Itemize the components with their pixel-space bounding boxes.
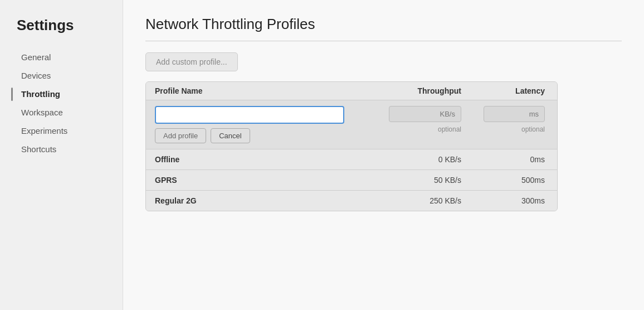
throughput-column: optional: [367, 106, 461, 133]
throughput-optional-label: optional: [438, 125, 461, 133]
page-title: Network Throttling Profiles: [145, 16, 622, 33]
table-row: GPRS 50 KB/s 500ms: [146, 169, 557, 190]
sidebar-item-workspace[interactable]: Workspace: [17, 105, 111, 120]
table-row: Regular 2G 250 KB/s 300ms: [146, 190, 557, 211]
sidebar-link-shortcuts[interactable]: Shortcuts: [17, 142, 111, 157]
sidebar-link-general[interactable]: General: [17, 50, 111, 65]
latency-optional-label: optional: [521, 125, 545, 133]
latency-input[interactable]: [484, 106, 545, 122]
row-latency: 500ms: [461, 176, 545, 185]
action-buttons: Add profile Cancel: [155, 128, 367, 143]
sidebar-item-shortcuts[interactable]: Shortcuts: [17, 142, 111, 157]
sidebar: Settings General Devices Throttling Work…: [0, 0, 123, 310]
sidebar-item-general[interactable]: General: [17, 50, 111, 65]
profile-name-column: Add profile Cancel: [155, 106, 367, 143]
row-name: Regular 2G: [155, 196, 367, 205]
cancel-button[interactable]: Cancel: [211, 128, 250, 143]
row-latency: 300ms: [461, 196, 545, 205]
header-latency: Latency: [461, 86, 545, 95]
profile-table: Profile Name Throughput Latency Add prof…: [145, 81, 558, 211]
sidebar-item-devices[interactable]: Devices: [17, 68, 111, 83]
sidebar-nav: General Devices Throttling Workspace Exp…: [17, 50, 111, 157]
row-name: Offline: [155, 155, 367, 164]
sidebar-link-throttling[interactable]: Throttling: [17, 86, 111, 101]
throughput-input[interactable]: [389, 106, 461, 122]
add-profile-button[interactable]: Add profile: [155, 128, 206, 143]
latency-column: optional: [461, 106, 545, 133]
sidebar-link-workspace[interactable]: Workspace: [17, 105, 111, 120]
table-row: Offline 0 KB/s 0ms: [146, 149, 557, 169]
row-throughput: 250 KB/s: [367, 196, 461, 205]
row-throughput: 50 KB/s: [367, 176, 461, 185]
main-content: Network Throttling Profiles Add custom p…: [123, 0, 644, 310]
row-throughput: 0 KB/s: [367, 155, 461, 164]
settings-title: Settings: [17, 17, 111, 34]
row-name: GPRS: [155, 176, 367, 185]
sidebar-item-experiments[interactable]: Experiments: [17, 123, 111, 138]
table-header: Profile Name Throughput Latency: [146, 82, 557, 100]
add-custom-profile-button[interactable]: Add custom profile...: [145, 52, 238, 71]
sidebar-link-experiments[interactable]: Experiments: [17, 123, 111, 138]
new-profile-row: Add profile Cancel optional optional: [146, 100, 557, 149]
sidebar-link-devices[interactable]: Devices: [17, 68, 111, 83]
profile-name-input[interactable]: [155, 106, 344, 124]
sidebar-item-throttling[interactable]: Throttling: [17, 86, 111, 101]
header-throughput: Throughput: [367, 86, 461, 95]
divider: [145, 41, 622, 41]
row-latency: 0ms: [461, 155, 545, 164]
header-profile-name: Profile Name: [155, 86, 367, 95]
